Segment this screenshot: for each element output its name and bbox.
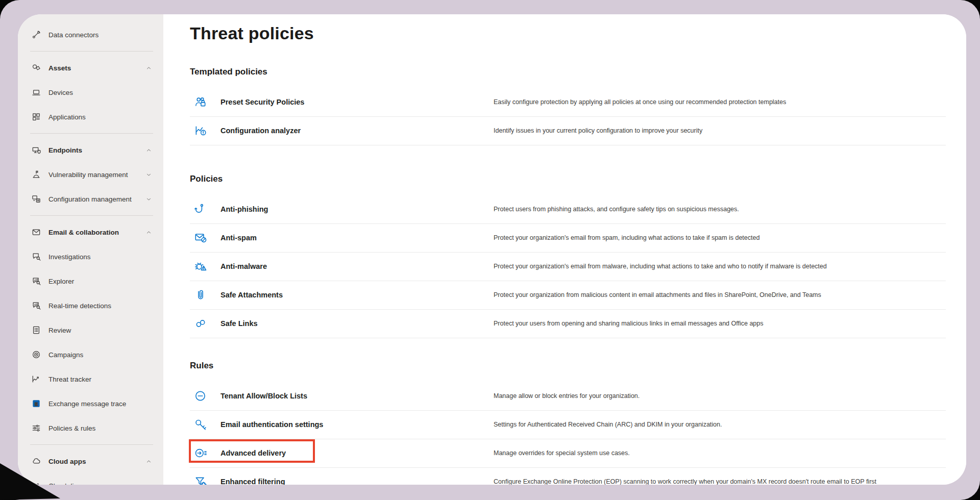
policy-label: Anti-spam [213, 234, 494, 242]
key-icon [194, 418, 207, 431]
section-rules: RulesTenant Allow/Block ListsManage allo… [190, 361, 946, 485]
links-icon [194, 317, 207, 330]
sidebar-item-label: Cloud discovery [48, 482, 97, 485]
anti-malware-icon [194, 260, 207, 273]
sidebar-item-vulnerability-management[interactable]: Vulnerability management [18, 162, 163, 187]
paperclip-icon [194, 288, 207, 302]
sidebar-divider [30, 51, 153, 52]
policy-description: Configure Exchange Online Protection (EO… [494, 478, 946, 485]
sidebar-item-label: Investigations [48, 253, 91, 261]
sidebar-item-data-connectors[interactable]: Data connectors [18, 22, 163, 47]
sidebar-item-investigations[interactable]: Investigations [18, 244, 163, 269]
sidebar-item-label: Assets [48, 64, 71, 72]
policy-description: Protect your organization's email from m… [494, 263, 946, 270]
sidebar-item-explorer[interactable]: Explorer [18, 269, 163, 293]
sidebar-item-label: Exchange message trace [48, 400, 126, 408]
policy-description: Settings for Authenticated Received Chai… [494, 421, 946, 428]
campaigns-icon [31, 349, 41, 360]
sidebar-item-label: Configuration management [48, 195, 132, 203]
policy-label: Enhanced filtering [213, 478, 494, 485]
sidebar-item-label: Cloud apps [48, 458, 86, 465]
tracker-icon [31, 374, 41, 384]
sidebar-divider [30, 133, 153, 134]
section-templated-policies: Templated policiesPreset Security Polici… [190, 67, 946, 145]
sidebar-item-label: Email & collaboration [48, 229, 119, 236]
policy-row-advanced-delivery[interactable]: Advanced deliveryManage overrides for sp… [190, 439, 946, 468]
svg-text:E: E [35, 402, 38, 407]
policy-row-safe-links[interactable]: Safe LinksProtect your users from openin… [190, 310, 946, 338]
policy-row-safe-attachments[interactable]: Safe AttachmentsProtect your organizatio… [190, 281, 946, 310]
sidebar-item-cloud-apps[interactable]: Cloud apps [18, 449, 163, 473]
sidebar-item-threat-tracker[interactable]: Threat tracker [18, 367, 163, 391]
policy-label: Advanced delivery [213, 449, 494, 457]
policy-label: Safe Attachments [213, 291, 494, 299]
sidebar-item-label: Review [48, 327, 71, 334]
sidebar-item-configuration-management[interactable]: Configuration management [18, 187, 163, 211]
chevron-down-icon [145, 196, 152, 203]
sidebar-item-label: Threat tracker [48, 376, 91, 383]
policy-label: Preset Security Policies [213, 98, 494, 106]
connector-icon [31, 30, 41, 40]
review-icon [31, 325, 41, 335]
sidebar-item-assets[interactable]: Assets [18, 56, 163, 80]
policy-row-enhanced-filtering[interactable]: Enhanced filteringConfigure Exchange Onl… [190, 468, 946, 485]
policy-row-email-authentication-settings[interactable]: Email authentication settingsSettings fo… [190, 411, 946, 439]
configuration-icon [31, 194, 41, 204]
sidebar-item-endpoints[interactable]: Endpoints [18, 138, 163, 162]
realtime-icon [31, 301, 41, 311]
cloud-icon [31, 456, 41, 466]
preset-security-icon [194, 95, 207, 109]
policy-row-anti-spam[interactable]: Anti-spamProtect your organization's ema… [190, 224, 946, 253]
advanced-delivery-icon [194, 446, 207, 460]
chevron-up-icon [145, 65, 152, 71]
sidebar-item-real-time-detections[interactable]: Real-time detections [18, 293, 163, 318]
anti-spam-icon [194, 231, 207, 244]
sidebar-item-campaigns[interactable]: Campaigns [18, 342, 163, 367]
chevron-up-icon [145, 458, 152, 465]
sidebar-item-exchange-message-trace[interactable]: EExchange message trace [18, 391, 163, 416]
sidebar-divider [30, 444, 153, 445]
section-heading: Rules [190, 361, 946, 371]
phishing-hook-icon [194, 203, 207, 216]
policy-description: Protect your organization from malicious… [494, 291, 946, 298]
policies-icon [31, 423, 41, 433]
chevron-down-icon [145, 171, 152, 178]
sidebar-item-email-collaboration[interactable]: Email & collaboration [18, 220, 163, 244]
sidebar-item-label: Devices [48, 89, 73, 96]
policy-description: Identify issues in your current policy c… [494, 127, 946, 134]
policy-label: Tenant Allow/Block Lists [213, 392, 494, 400]
sidebar-item-applications[interactable]: Applications [18, 105, 163, 129]
policy-label: Configuration analyzer [213, 127, 494, 135]
section-heading: Policies [190, 174, 946, 184]
sidebar-item-review[interactable]: Review [18, 318, 163, 342]
policy-description: Protect your users from opening and shar… [494, 320, 946, 327]
navigation-sidebar: Data connectorsAssetsDevicesApplications… [18, 14, 163, 485]
policy-row-anti-phishing[interactable]: Anti-phishingProtect users from phishing… [190, 195, 946, 224]
policy-description: Protect users from phishing attacks, and… [494, 206, 946, 213]
applications-icon [31, 112, 41, 122]
policy-description: Protect your organization's email from s… [494, 234, 946, 241]
policy-row-tenant-allow-block-lists[interactable]: Tenant Allow/Block ListsManage allow or … [190, 382, 946, 411]
sidebar-item-policies-rules[interactable]: Policies & rules [18, 416, 163, 440]
investigations-icon [31, 252, 41, 262]
policy-label: Anti-phishing [213, 205, 494, 213]
sidebar-item-devices[interactable]: Devices [18, 80, 163, 105]
policy-row-preset-security-policies[interactable]: Preset Security PoliciesEasily configure… [190, 88, 946, 117]
vulnerability-icon [31, 169, 41, 180]
policy-row-configuration-analyzer[interactable]: Configuration analyzerIdentify issues in… [190, 117, 946, 145]
block-circle-icon [194, 389, 207, 403]
main-content: Threat policies Templated policiesPreset… [163, 14, 966, 485]
sidebar-item-label: Applications [48, 113, 86, 121]
policy-description: Manage allow or block entries for your o… [494, 392, 946, 399]
policy-row-anti-malware[interactable]: Anti-malwareProtect your organization's … [190, 253, 946, 281]
policy-description: Easily configure protection by applying … [494, 98, 946, 106]
sidebar-item-label: Campaigns [48, 351, 83, 359]
sidebar-item-cloud-discovery[interactable]: Cloud discovery [18, 473, 163, 485]
policy-label: Anti-malware [213, 262, 494, 270]
policy-description: Manage overrides for special system use … [494, 449, 946, 457]
exchange-icon: E [31, 398, 41, 409]
configuration-analyzer-icon [194, 124, 207, 137]
sidebar-item-label: Endpoints [48, 146, 82, 154]
sidebar-divider [30, 215, 153, 216]
sidebar-item-label: Explorer [48, 278, 74, 285]
